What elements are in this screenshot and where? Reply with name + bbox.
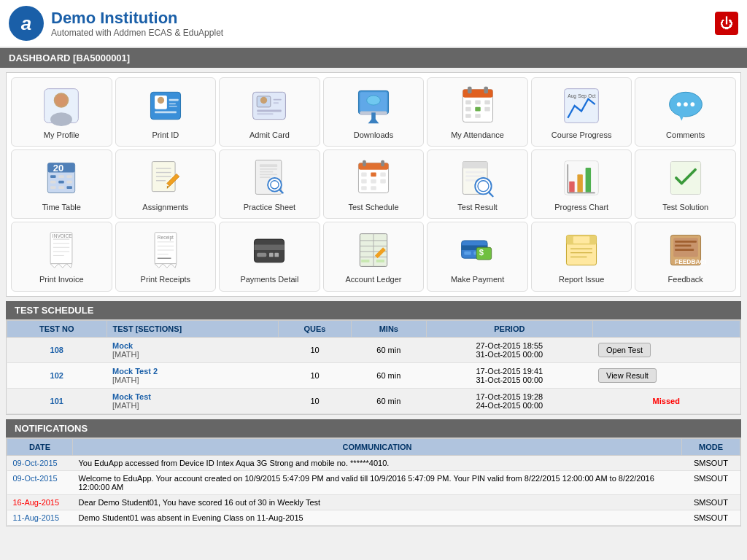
svg-rect-84: [462, 162, 487, 168]
icon-comments[interactable]: Comments: [635, 77, 736, 147]
svg-point-2: [50, 112, 72, 126]
test-period-cell: 17-Oct-2015 19:4131-Oct-2015 00:00: [427, 362, 592, 388]
svg-rect-32: [475, 107, 480, 112]
icon-test-schedule[interactable]: Test Schedule: [323, 149, 425, 219]
test-mins-cell: 60 min: [351, 337, 427, 362]
svg-rect-50: [67, 175, 72, 178]
test-ques-cell: 10: [279, 337, 351, 362]
icon-progress-chart[interactable]: Progress Chart: [531, 149, 632, 219]
icon-downloads-label: Downloads: [354, 131, 393, 140]
svg-rect-119: [275, 253, 279, 257]
svg-rect-7: [155, 111, 177, 113]
svg-point-13: [260, 97, 267, 104]
svg-rect-144: [675, 245, 691, 247]
test-name-cell: Mock[MATH]: [107, 337, 279, 362]
icon-test-solution[interactable]: Test Solution: [635, 149, 736, 219]
notif-date-cell: 09-Oct-2015: [7, 470, 73, 494]
svg-rect-31: [465, 107, 471, 112]
notif-col-mode: MODE: [682, 438, 740, 455]
svg-text:Sep: Sep: [578, 93, 587, 99]
test-period-cell: 17-Oct-2015 19:2824-Oct-2015 00:00: [427, 388, 592, 413]
icon-my-profile[interactable]: My Profile: [11, 77, 112, 147]
svg-rect-75: [361, 173, 366, 177]
icon-print-invoice[interactable]: INVOICE Print Invoice: [11, 222, 112, 291]
svg-text:Aug: Aug: [568, 93, 576, 99]
icon-print-receipts[interactable]: Receipt Print Receipts: [115, 222, 217, 291]
svg-point-3: [55, 94, 68, 106]
test-name-cell: Mock Test[MATH]: [107, 388, 279, 413]
icon-payments-detail[interactable]: Payments Detail: [219, 222, 320, 291]
svg-rect-130: [464, 252, 471, 255]
icon-downloads[interactable]: Downloads: [323, 77, 425, 147]
icon-time-table[interactable]: 20 Time Table: [11, 149, 112, 219]
notif-row: 16-Aug-2015 Dear Demo Student01, You hav…: [7, 494, 740, 510]
svg-marker-114: [155, 264, 177, 268]
view-result-button[interactable]: View Result: [598, 368, 657, 383]
icon-my-attendance[interactable]: My Attendance: [427, 77, 528, 147]
svg-rect-30: [484, 101, 489, 105]
icon-test-schedule-label: Test Schedule: [348, 203, 398, 212]
icon-test-solution-label: Test Solution: [662, 203, 708, 212]
icon-report-issue[interactable]: Report Issue: [531, 222, 632, 291]
test-schedule-table: TEST NO TEST [SECTIONS] QUEs MINs PERIOD…: [7, 320, 740, 414]
icon-course-progress[interactable]: Aug Sep Oct Course Progress: [531, 77, 632, 147]
power-button[interactable]: ⏻: [715, 12, 738, 35]
icon-print-id[interactable]: Print ID: [115, 77, 217, 147]
svg-rect-77: [380, 173, 385, 177]
icon-practice-sheet[interactable]: Practice Sheet: [219, 149, 320, 219]
icon-my-attendance-label: My Attendance: [451, 131, 504, 140]
icon-comments-label: Comments: [666, 131, 705, 140]
svg-rect-63: [260, 165, 277, 168]
icon-feedback[interactable]: FEEDBACK Feedback: [635, 222, 736, 291]
icon-practice-sheet-label: Practice Sheet: [244, 203, 296, 212]
notif-col-date: DATE: [7, 438, 73, 455]
notif-date-cell: 16-Aug-2015: [7, 494, 73, 510]
svg-rect-80: [380, 179, 385, 184]
header-left: a Demo Institution Automated with Addmen…: [9, 6, 223, 41]
test-action-cell[interactable]: Open Test: [592, 337, 740, 362]
icon-make-payment[interactable]: $ Make Payment: [427, 222, 528, 291]
icon-account-ledger[interactable]: Account Ledger: [323, 222, 425, 291]
icon-admit-card-label: Admit Card: [249, 131, 290, 140]
col-ques: QUEs: [279, 320, 351, 337]
logo: a: [9, 6, 44, 41]
icon-assignments[interactable]: Assignments: [115, 149, 217, 219]
header-text: Demo Institution Automated with Addmen E…: [51, 9, 223, 38]
svg-text:INVOICE: INVOICE: [53, 234, 72, 239]
svg-rect-94: [586, 168, 591, 192]
svg-rect-23: [371, 112, 376, 120]
notif-message-cell: Dear Demo Student01, You have scored 16 …: [73, 494, 682, 510]
notif-row: 09-Oct-2015 Welcome to EduApp. Your acco…: [7, 470, 740, 494]
svg-rect-53: [67, 181, 72, 184]
notif-date-cell: 09-Oct-2015: [7, 455, 73, 470]
icon-test-result[interactable]: Test Result: [427, 149, 528, 219]
icon-course-progress-label: Course Progress: [551, 131, 612, 140]
svg-rect-93: [578, 175, 583, 192]
svg-point-20: [367, 96, 381, 105]
icon-admit-card[interactable]: Admit Card: [219, 77, 320, 147]
notif-row: 11-Aug-2015 Demo Student01 was absent in…: [7, 510, 740, 525]
notif-row: 09-Oct-2015 You EduApp accessed from Dev…: [7, 455, 740, 470]
svg-rect-33: [484, 107, 489, 112]
test-ques-cell: 10: [279, 362, 351, 388]
col-test-no: TEST NO: [7, 320, 107, 337]
svg-point-6: [158, 97, 164, 104]
svg-rect-54: [50, 186, 55, 189]
svg-rect-73: [363, 160, 366, 166]
test-mins-cell: 60 min: [351, 362, 427, 388]
svg-rect-81: [361, 186, 366, 190]
icon-time-table-label: Time Table: [42, 203, 81, 212]
svg-rect-9: [169, 103, 176, 104]
col-mins: MINs: [351, 320, 427, 337]
test-ques-cell: 10: [279, 388, 351, 413]
svg-rect-26: [468, 87, 472, 93]
icon-my-profile-label: My Profile: [44, 131, 80, 140]
svg-point-44: [690, 102, 694, 106]
test-action-cell[interactable]: View Result: [592, 362, 740, 388]
svg-rect-117: [258, 253, 267, 257]
notifications-table-container: DATE COMMUNICATION MODE 09-Oct-2015 You …: [6, 438, 741, 526]
open-test-button[interactable]: Open Test: [598, 343, 651, 357]
test-period-cell: 27-Oct-2015 18:5531-Oct-2015 00:00: [427, 337, 592, 362]
notifications-table: DATE COMMUNICATION MODE 09-Oct-2015 You …: [7, 438, 740, 526]
col-test-sections: TEST [SECTIONS]: [107, 320, 279, 337]
